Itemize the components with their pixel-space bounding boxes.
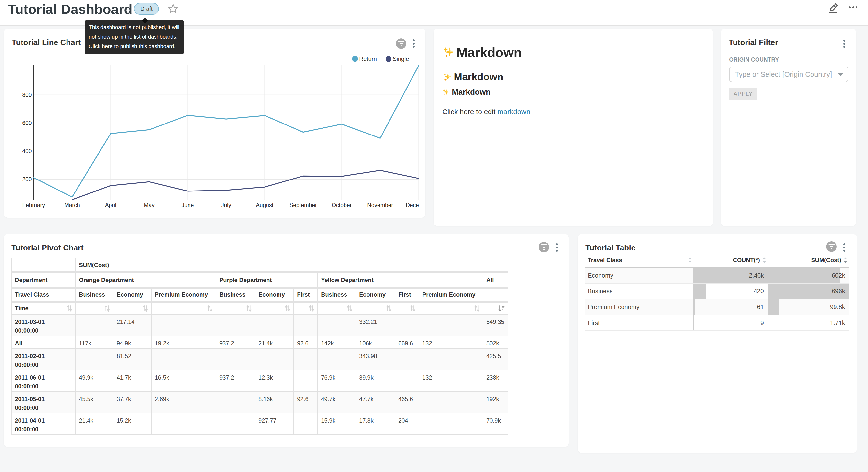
pivot-value-cell[interactable]: 192k xyxy=(483,391,508,413)
pivot-value-cell[interactable]: 94.9k xyxy=(113,336,151,349)
pivot-value-cell[interactable] xyxy=(216,413,255,435)
pivot-value-cell[interactable]: 549.35 xyxy=(483,314,508,336)
pivot-col-header[interactable]: First xyxy=(395,288,419,301)
pivot-col-header[interactable]: Business xyxy=(318,288,356,301)
filter-card-title[interactable]: Tutorial Filter xyxy=(728,38,778,47)
pivot-sort-cell[interactable] xyxy=(113,301,151,314)
table-col-header[interactable]: COUNT(*) xyxy=(693,253,768,268)
pivot-value-cell[interactable] xyxy=(395,314,419,336)
pivot-value-cell[interactable]: 45.5k xyxy=(75,391,113,413)
pivot-value-cell[interactable]: 21.4k xyxy=(75,413,113,435)
pivot-value-cell[interactable] xyxy=(419,391,483,413)
sort-icon[interactable] xyxy=(285,305,290,312)
pivot-value-cell[interactable]: 21.4k xyxy=(255,336,293,349)
header-menu-icon[interactable] xyxy=(849,6,860,9)
sort-icon[interactable] xyxy=(142,305,148,312)
pivot-value-cell[interactable] xyxy=(216,314,255,336)
pivot-value-cell[interactable]: 19.2k xyxy=(151,336,216,349)
sort-icon[interactable] xyxy=(410,305,416,312)
page-title[interactable]: Tutorial Dashboard xyxy=(8,0,132,19)
sort-icon[interactable] xyxy=(207,305,213,312)
pivot-value-cell[interactable] xyxy=(151,413,216,435)
table-chart-menu-icon[interactable] xyxy=(843,243,846,252)
pivot-value-cell[interactable]: 425.5 xyxy=(483,349,508,370)
pivot-value-cell[interactable] xyxy=(395,349,419,370)
pivot-value-cell[interactable]: 106k xyxy=(356,336,395,349)
pivot-group-header[interactable]: Orange Department xyxy=(75,272,216,288)
table-col-header[interactable]: Travel Class xyxy=(585,253,693,268)
apply-button[interactable]: APPLY xyxy=(729,88,757,100)
filter-card-menu-icon[interactable] xyxy=(843,40,846,48)
sum-cell[interactable]: 696k xyxy=(768,284,849,299)
count-cell[interactable]: 420 xyxy=(693,284,768,299)
cross-filter-icon[interactable] xyxy=(826,241,837,252)
pivot-group-header[interactable]: Yellow Department xyxy=(318,272,483,288)
table-chart-title[interactable]: Tutorial Table xyxy=(585,243,636,253)
sort-icon[interactable] xyxy=(347,305,352,312)
pivot-row-header[interactable]: 2011-05-0100:00:00 xyxy=(11,391,75,413)
pivot-value-cell[interactable] xyxy=(293,370,318,391)
pivot-row-header[interactable]: 2011-04-0100:00:00 xyxy=(11,413,75,435)
pivot-value-cell[interactable] xyxy=(75,314,113,336)
count-cell[interactable]: 61 xyxy=(693,299,768,315)
sort-icon[interactable] xyxy=(246,305,252,312)
pivot-chart-title[interactable]: Tutorial Pivot Chart xyxy=(11,243,84,253)
pivot-sort-cell[interactable] xyxy=(293,301,318,314)
pivot-value-cell[interactable]: 937.2 xyxy=(216,370,255,391)
pivot-value-cell[interactable] xyxy=(419,349,483,370)
pivot-all-header[interactable]: All xyxy=(483,272,508,288)
pivot-value-cell[interactable]: 502k xyxy=(483,336,508,349)
pivot-value-cell[interactable]: 16.5k xyxy=(151,370,216,391)
pivot-value-cell[interactable]: 238k xyxy=(483,370,508,391)
pivot-value-cell[interactable]: 39.9k xyxy=(356,370,395,391)
pivot-value-cell[interactable] xyxy=(75,349,113,370)
pivot-sort-cell[interactable] xyxy=(255,301,293,314)
pivot-value-cell[interactable] xyxy=(419,413,483,435)
count-cell[interactable]: 2.46k xyxy=(693,268,768,284)
pivot-sort-cell[interactable] xyxy=(75,301,113,314)
pivot-row-header[interactable]: 2011-02-0100:00:00 xyxy=(11,349,75,370)
sort-icon[interactable] xyxy=(66,305,72,312)
origin-country-select[interactable]: Type or Select [Origin Country] xyxy=(729,66,848,82)
sort-icon[interactable] xyxy=(386,305,392,312)
pivot-value-cell[interactable]: 343.98 xyxy=(356,349,395,370)
markdown-content[interactable]: Markdown Markdown Markdown Click here to… xyxy=(442,41,704,116)
pivot-value-cell[interactable]: 92.6 xyxy=(293,391,318,413)
pivot-sort-cell[interactable] xyxy=(216,301,255,314)
sum-cell[interactable]: 602k xyxy=(768,268,849,284)
pivot-col-header[interactable]: Premium Economy xyxy=(151,288,216,301)
pivot-value-cell[interactable]: 927.77 xyxy=(255,413,293,435)
favorite-star-icon[interactable] xyxy=(168,3,179,14)
pivot-value-cell[interactable]: 117k xyxy=(75,336,113,349)
pivot-col-header[interactable]: Economy xyxy=(356,288,395,301)
pivot-col-header[interactable]: Business xyxy=(216,288,255,301)
pivot-value-cell[interactable]: 15.9k xyxy=(318,413,356,435)
pivot-value-cell[interactable]: 669.6 xyxy=(395,336,419,349)
column-sorter-icon[interactable] xyxy=(687,257,692,263)
count-cell[interactable]: 9 xyxy=(693,315,768,331)
pivot-value-cell[interactable] xyxy=(318,349,356,370)
travel-class-cell[interactable]: Economy xyxy=(585,268,693,284)
column-sorter-icon[interactable] xyxy=(762,257,767,263)
pivot-sort-cell[interactable] xyxy=(151,301,216,314)
pivot-group-header[interactable]: Purple Department xyxy=(216,272,318,288)
pivot-value-cell[interactable]: 132 xyxy=(419,370,483,391)
pivot-value-cell[interactable]: 76.9k xyxy=(318,370,356,391)
pivot-value-cell[interactable] xyxy=(293,349,318,370)
pivot-value-cell[interactable]: 2.69k xyxy=(151,391,216,413)
pivot-value-cell[interactable] xyxy=(216,391,255,413)
pivot-value-cell[interactable]: 8.16k xyxy=(255,391,293,413)
pivot-sort-cell[interactable] xyxy=(419,301,483,314)
pivot-value-cell[interactable] xyxy=(151,314,216,336)
pivot-col-header[interactable]: Economy xyxy=(113,288,151,301)
edit-dashboard-icon[interactable] xyxy=(828,2,840,14)
pivot-value-cell[interactable]: 37.7k xyxy=(113,391,151,413)
pivot-sort-cell[interactable] xyxy=(318,301,356,314)
pivot-row-header[interactable]: 2011-03-0100:00:00 xyxy=(11,314,75,336)
pivot-sort-cell[interactable] xyxy=(483,301,508,314)
pivot-value-cell[interactable]: 332.21 xyxy=(356,314,395,336)
line-chart[interactable]: 200400600800FebruaryMarchAprilMayJuneJul… xyxy=(4,29,419,217)
pivot-value-cell[interactable]: 70.9k xyxy=(483,413,508,435)
pivot-row-header[interactable]: 2011-06-0100:00:00 xyxy=(11,370,75,391)
sort-icon[interactable] xyxy=(104,305,110,312)
